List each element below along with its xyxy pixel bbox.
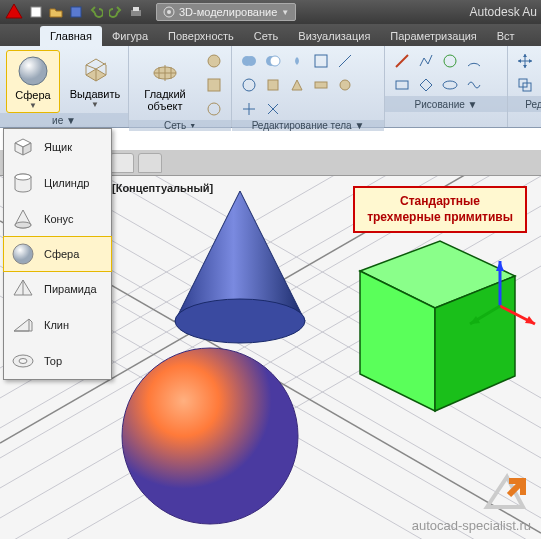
pyramid-icon: [10, 276, 36, 302]
workspace-selector[interactable]: 3D-моделирование ▼: [156, 3, 296, 21]
polyline-icon[interactable]: [415, 50, 437, 72]
svg-rect-16: [268, 80, 278, 90]
cylinder-icon: [10, 170, 36, 196]
panel-title[interactable]: Сеть▼: [129, 120, 231, 131]
sphere-icon: [15, 53, 51, 89]
tab-mesh[interactable]: Сеть: [244, 26, 288, 46]
svg-rect-8: [208, 79, 220, 91]
tool-icon[interactable]: [334, 50, 356, 72]
chevron-down-icon: ▼: [29, 101, 37, 110]
primitive-pyramid[interactable]: Пирамида: [4, 271, 111, 307]
panel-modify: Редакти: [508, 46, 541, 127]
smooth-object-button[interactable]: Гладкий объект: [135, 50, 195, 120]
ribbon-body: Сфера ▼ Выдавить ▼ ие ▼ Гладкий объект: [0, 46, 541, 128]
primitive-torus[interactable]: Тор: [4, 343, 111, 379]
watermark-logo-icon: [479, 471, 527, 511]
svg-point-6: [19, 57, 47, 85]
rect-icon[interactable]: [391, 74, 413, 96]
annotation-callout: Стандартные трехмерные примитивы: [353, 186, 527, 233]
primitive-cone[interactable]: Конус: [4, 201, 111, 237]
smooth-icon: [147, 52, 183, 88]
move-icon[interactable]: [514, 50, 536, 72]
svg-point-5: [167, 10, 171, 14]
new-tab-button[interactable]: [138, 153, 162, 173]
circle-icon[interactable]: [439, 50, 461, 72]
file-tab[interactable]: [110, 153, 134, 173]
svg-point-11: [246, 56, 256, 66]
tab-parametric[interactable]: Параметризация: [380, 26, 486, 46]
cone-icon: [10, 206, 36, 232]
arc-icon[interactable]: [463, 50, 485, 72]
tool-icon[interactable]: [238, 74, 260, 96]
svg-point-19: [444, 55, 456, 67]
qat-redo-icon[interactable]: [108, 4, 124, 20]
mesh-tool-icon[interactable]: [203, 50, 225, 72]
svg-point-21: [443, 81, 457, 89]
app-logo-icon[interactable]: [4, 2, 24, 22]
app-title: Autodesk Au: [470, 5, 537, 19]
sphere-shape: [122, 348, 298, 524]
sphere-label: Сфера: [15, 89, 50, 101]
primitive-cylinder[interactable]: Цилиндр: [4, 165, 111, 201]
line-icon[interactable]: [391, 50, 413, 72]
tab-shape[interactable]: Фигура: [102, 26, 158, 46]
extrude-button[interactable]: Выдавить ▼: [68, 50, 122, 113]
tab-insert[interactable]: Вст: [487, 26, 525, 46]
mesh-tool-icon[interactable]: [203, 98, 225, 120]
primitives-dropdown: Ящик Цилиндр Конус Сфера Пирамида Клин Т…: [3, 128, 112, 380]
primitive-wedge[interactable]: Клин: [4, 307, 111, 343]
svg-point-49: [15, 222, 31, 228]
mesh-tool-icon[interactable]: [203, 74, 225, 96]
tool-icon[interactable]: [514, 74, 536, 96]
tool-icon[interactable]: [310, 50, 332, 72]
svg-point-9: [208, 103, 220, 115]
torus-icon: [10, 348, 36, 374]
viewport-style-label[interactable]: [Концептуальный]: [112, 182, 213, 194]
subtract-icon[interactable]: [262, 50, 284, 72]
gear-icon: [163, 6, 175, 18]
panel-draw: Рисование ▼: [385, 46, 508, 127]
svg-rect-17: [315, 82, 327, 88]
qat-new-icon[interactable]: [28, 4, 44, 20]
workspace-label: 3D-моделирование: [179, 6, 277, 18]
cone-shape: [175, 191, 305, 343]
tool-icon[interactable]: [262, 74, 284, 96]
intersect-icon[interactable]: [286, 50, 308, 72]
primitive-box[interactable]: Ящик: [4, 129, 111, 165]
qat-print-icon[interactable]: [128, 4, 144, 20]
tool-icon[interactable]: [262, 98, 284, 120]
panel-title[interactable]: Редактирование тела ▼: [232, 120, 384, 131]
qat-save-icon[interactable]: [68, 4, 84, 20]
sphere-button[interactable]: Сфера ▼: [6, 50, 60, 113]
sphere-icon: [10, 241, 36, 267]
qat-open-icon[interactable]: [48, 4, 64, 20]
box-shape: [360, 241, 515, 411]
tool-icon[interactable]: [310, 74, 332, 96]
tab-home[interactable]: Главная: [40, 26, 102, 46]
svg-rect-20: [396, 81, 408, 89]
tool-icon[interactable]: [286, 74, 308, 96]
tab-surface[interactable]: Поверхность: [158, 26, 244, 46]
svg-point-48: [15, 174, 31, 180]
tool-icon[interactable]: [238, 98, 260, 120]
wedge-icon: [10, 312, 36, 338]
chevron-down-icon: ▼: [91, 100, 99, 109]
svg-rect-1: [71, 7, 81, 17]
svg-rect-14: [315, 55, 327, 67]
qat-undo-icon[interactable]: [88, 4, 104, 20]
primitive-sphere[interactable]: Сфера: [3, 236, 112, 272]
svg-point-15: [243, 79, 255, 91]
panel-title[interactable]: ие ▼: [0, 113, 128, 127]
svg-point-52: [19, 359, 27, 364]
svg-point-50: [13, 244, 33, 264]
tab-visualize[interactable]: Визуализация: [288, 26, 380, 46]
tool-icon[interactable]: [439, 74, 461, 96]
tool-icon[interactable]: [415, 74, 437, 96]
panel-title[interactable]: Рисование ▼: [385, 96, 507, 112]
panel-solid-edit: Редактирование тела ▼: [232, 46, 385, 127]
tool-icon[interactable]: [334, 74, 356, 96]
union-icon[interactable]: [238, 50, 260, 72]
panel-title[interactable]: Редакти: [508, 96, 541, 112]
tool-icon[interactable]: [463, 74, 485, 96]
panel-modeling: Сфера ▼ Выдавить ▼ ие ▼: [0, 46, 129, 127]
